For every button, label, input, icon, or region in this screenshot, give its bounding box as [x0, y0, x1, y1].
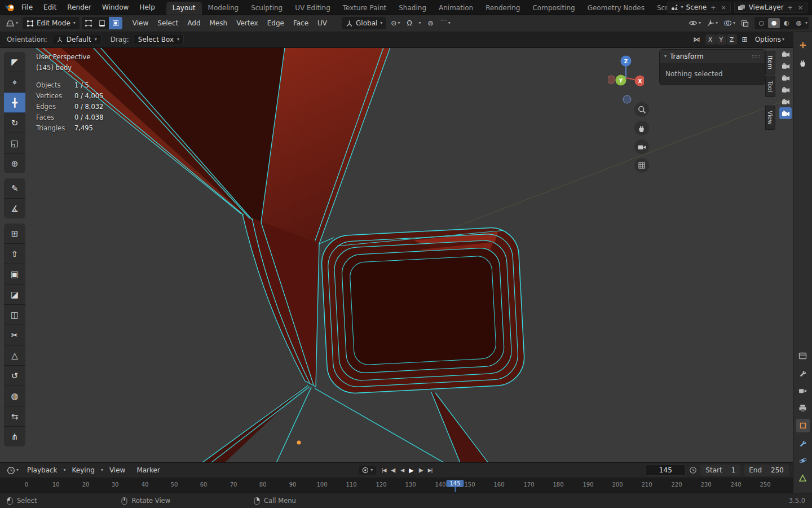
poly-build-tool-button[interactable]: △ [4, 345, 25, 366]
camera-view-button[interactable] [634, 139, 649, 154]
edge-select-button[interactable] [95, 17, 109, 29]
menu-face[interactable]: Face [289, 17, 313, 29]
timeline-ruler[interactable]: 0 10 20 30 40 50 60 70 80 90 100 110 120… [0, 477, 793, 493]
object-properties-tab[interactable] [796, 419, 810, 432]
axis-negative-z-handle[interactable] [623, 95, 631, 103]
modifier-properties-tab[interactable] [796, 436, 810, 450]
end-frame-field[interactable]: End 250 [744, 465, 789, 476]
workspace-tab-rendering[interactable]: Rendering [479, 2, 526, 15]
orientation-default-dropdown[interactable]: Default ▾ [52, 34, 102, 45]
spin-tool-button[interactable]: ↺ [4, 366, 25, 386]
render-visibility-camera-icon[interactable] [779, 72, 792, 84]
proportional-editing-toggle[interactable]: ⊚ [426, 18, 436, 28]
gizmos-dropdown[interactable]: ▾ [704, 18, 720, 28]
workspace-tab-uv-editing[interactable]: UV Editing [289, 2, 337, 15]
transform-orientation-dropdown[interactable]: Global ▾ [342, 17, 386, 29]
workspace-tab-modeling[interactable]: Modeling [202, 2, 245, 15]
pivot-point-dropdown[interactable]: ⊙ ▾ [389, 18, 402, 28]
render-visibility-camera-icon[interactable] [779, 95, 792, 107]
play-button[interactable]: ▶ [407, 466, 415, 475]
editor-type-dropdown[interactable]: ▾ [3, 18, 20, 28]
shading-wireframe-button[interactable]: ○ [756, 18, 767, 28]
workspace-tab-layout[interactable]: Layout [166, 2, 202, 15]
hand-icon[interactable] [796, 56, 810, 69]
menu-file[interactable]: File [16, 2, 38, 13]
mirror-z-button[interactable]: Z [727, 34, 737, 45]
auto-keying-toggle[interactable]: ▾ [359, 466, 376, 475]
inset-faces-tool-button[interactable]: ▣ [4, 264, 25, 284]
menu-vertex[interactable]: Vertex [232, 17, 263, 29]
toggle-perspective-button[interactable] [634, 158, 649, 173]
menu-keying[interactable]: Keying [67, 465, 100, 476]
new-scene-icon[interactable]: + [709, 4, 717, 11]
snap-toggle[interactable]: Ω [404, 18, 414, 28]
transform-tool-button[interactable]: ⊕ [4, 154, 25, 173]
cursor-tool-button[interactable]: ⌖ [4, 72, 25, 93]
navigation-gizmo[interactable]: Z X Y [608, 52, 644, 104]
edge-slide-tool-button[interactable]: ⇆ [4, 406, 25, 427]
scale-tool-button[interactable]: ◱ [4, 133, 25, 154]
menu-render[interactable]: Render [62, 2, 96, 13]
menu-uv[interactable]: UV [313, 17, 332, 29]
menu-edit[interactable]: Edit [38, 2, 61, 13]
tweak-tool-button[interactable]: ◤ [4, 52, 25, 72]
physics-properties-tab[interactable] [796, 454, 810, 467]
play-reverse-button[interactable]: ◀ [398, 466, 406, 474]
shading-solid-button[interactable]: ● [768, 18, 780, 28]
overlays-dropdown[interactable]: ▾ [721, 19, 738, 28]
knife-tool-button[interactable]: ✂ [4, 325, 25, 345]
mirror-x-button[interactable]: X [705, 34, 716, 45]
rip-region-tool-button[interactable]: ⋔ [4, 427, 25, 446]
viewport-3d[interactable]: ◤ ⌖ ╋ ↻ ◱ ⊕ ✎ ∡ ⊞ ⇧ ▣ ◪ ◫ ✂ △ ↺ ◍ ⇆ ⋔ Us… [0, 47, 793, 463]
render-visibility-camera-icon[interactable] [779, 84, 792, 95]
visibility-dropdown[interactable]: ▾ [686, 19, 703, 28]
move-tool-button[interactable]: ╋ [4, 93, 25, 113]
close-icon[interactable]: × [797, 4, 804, 11]
rotate-tool-button[interactable]: ↻ [4, 113, 25, 133]
sidebar-tab-view[interactable]: View [765, 106, 775, 130]
close-icon[interactable]: × [720, 4, 727, 11]
shading-material-button[interactable]: ◐ [780, 18, 792, 28]
workspace-tab-scripting[interactable]: Scripting [651, 2, 667, 15]
snap-settings-dropdown[interactable]: ▾ [417, 20, 423, 27]
playhead[interactable]: 145 [446, 480, 464, 487]
vertex-select-button[interactable] [82, 17, 95, 29]
workspace-tab-compositing[interactable]: Compositing [526, 2, 581, 15]
output-properties-tab[interactable] [796, 401, 810, 415]
add-cube-tool-button[interactable]: ⊞ [4, 224, 25, 244]
menu-view-timeline[interactable]: View [104, 465, 130, 476]
jump-to-end-button[interactable]: ▶| [426, 466, 435, 474]
menu-add[interactable]: Add [183, 17, 205, 29]
drag-mode-dropdown[interactable]: Select Box ▾ [134, 34, 184, 45]
prev-keyframe-button[interactable]: ◀| [389, 466, 398, 474]
axis-negative-x-handle[interactable] [608, 76, 615, 84]
proportional-falloff-dropdown[interactable]: ⌒ ▾ [438, 17, 453, 29]
menu-window[interactable]: Window [97, 2, 134, 13]
menu-mesh[interactable]: Mesh [205, 17, 232, 29]
object-data-properties-tab[interactable] [796, 471, 810, 485]
properties-editor-icon[interactable] [796, 349, 810, 362]
start-frame-field[interactable]: Start 1 [700, 465, 740, 476]
workspace-tab-shading[interactable]: Shading [392, 2, 433, 15]
render-visibility-camera-icon[interactable] [779, 107, 792, 119]
jump-to-start-button[interactable]: |◀ [379, 466, 388, 474]
bevel-tool-button[interactable]: ◪ [4, 284, 25, 305]
xray-toggle[interactable] [739, 19, 751, 28]
menu-edge[interactable]: Edge [263, 17, 289, 29]
mode-dropdown[interactable]: Edit Mode ▾ [23, 17, 80, 29]
menu-select[interactable]: Select [153, 17, 183, 29]
plus-icon[interactable] [796, 38, 810, 52]
workspace-tab-sculpting[interactable]: Sculpting [245, 2, 289, 15]
viewport-canvas[interactable] [0, 47, 793, 463]
mirror-icon[interactable]: ⋈ [691, 34, 703, 45]
loop-cut-tool-button[interactable]: ◫ [4, 305, 25, 325]
render-properties-tab[interactable] [796, 384, 810, 397]
pan-button[interactable] [634, 121, 649, 135]
render-visibility-camera-icon[interactable] [779, 48, 792, 60]
workspace-tab-texture-paint[interactable]: Texture Paint [337, 2, 392, 15]
workspace-tab-geometry-nodes[interactable]: Geometry Nodes [581, 2, 651, 15]
extrude-region-tool-button[interactable]: ⇧ [4, 244, 25, 264]
workspace-tab-animation[interactable]: Animation [433, 2, 479, 15]
scene-selector[interactable]: ▾ Scene + × [667, 2, 731, 13]
snap-base-icon[interactable]: ⊞ [740, 34, 750, 45]
